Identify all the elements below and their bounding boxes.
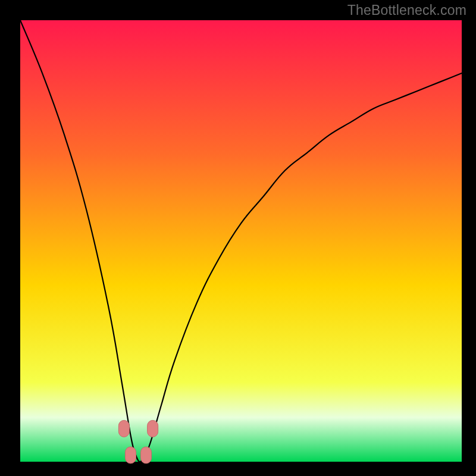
curve-marker [126,447,136,464]
gradient-panel [20,20,462,462]
curve-marker [118,420,129,437]
watermark-text: TheBottleneck.com [347,2,466,18]
curve-marker [148,420,158,437]
chart-root: TheBottleneck.com [0,0,476,476]
curve-marker [141,447,152,464]
chart-canvas [0,0,476,476]
